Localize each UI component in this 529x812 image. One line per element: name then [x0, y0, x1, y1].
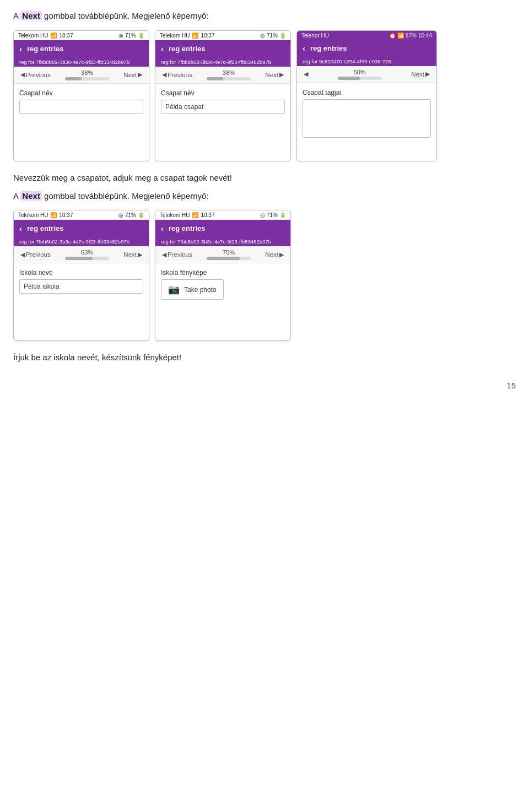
battery-1: 71%: [125, 33, 136, 39]
form-input-2[interactable]: [161, 100, 285, 114]
reg-entry-bar-2: reg for 7fbb8b02-3b3c-4e7c-9f23-ffb53482…: [155, 57, 290, 67]
status-bar-3: Telenor HU ⏰ 📶 97% 10:44: [297, 31, 436, 40]
next-btn-5[interactable]: Next ▶: [263, 250, 286, 259]
form-content-3: Csapat tagjai: [297, 83, 436, 160]
intro1-before: A: [13, 11, 20, 20]
time-1: 10:37: [59, 33, 73, 39]
header-title-1: reg entries: [27, 45, 63, 53]
prev-btn-5[interactable]: ◀ Previous: [160, 250, 195, 259]
reg-entry-bar-3: reg for 9c820d70-c294-4f99-e938-726…: [297, 57, 436, 66]
progress-bar-fill-5: [207, 257, 240, 260]
status-bar-1: Telekom HU 📶 10:37 ◎ 71% 🔋: [14, 31, 149, 40]
alarm-icon-3: ⏰: [389, 33, 396, 39]
back-arrow-2: ‹: [161, 44, 164, 53]
progress-bar-bg-4: [65, 257, 109, 260]
between-text: Nevezzük meg a csapatot, adjuk meg a csa…: [13, 171, 516, 185]
nav-bar-3: ◀ 50% Next ▶: [297, 66, 436, 83]
app-header-1: ‹ reg entries: [14, 40, 149, 57]
phone-screen-4: Telekom HU 📶 10:37 ◎ 71% 🔋 ‹ reg entries…: [13, 210, 149, 341]
nav-bar-5: ◀ Previous 75% Next ▶: [155, 246, 290, 263]
gps-icon-2: ◎: [260, 33, 265, 39]
back-arrow-5: ‹: [161, 224, 164, 233]
wifi-icon-5: 📶: [192, 212, 198, 218]
take-photo-btn-5[interactable]: 📷 Take photo: [161, 279, 224, 300]
nav-bar-4: ◀ Previous 63% Next ▶: [14, 246, 149, 263]
wifi-icon-4: 📶: [50, 212, 57, 218]
form-label-1: Csapat név: [19, 89, 143, 97]
nav-bar-2: ◀ Previous 38% Next ▶: [155, 67, 290, 84]
app-header-4: ‹ reg entries: [14, 220, 149, 237]
battery-icon-1: 🔋: [138, 33, 144, 39]
progress-pct-3: 50%: [354, 69, 366, 75]
next-btn-2[interactable]: Next ▶: [263, 70, 286, 79]
battery-icon-4: 🔋: [138, 212, 144, 218]
next-label-5: Next: [265, 251, 278, 258]
form-label-3: Csapat tagjai: [303, 89, 431, 96]
prev-arrow-2: ◀: [162, 71, 166, 78]
next-btn-4[interactable]: Next ▶: [121, 250, 144, 259]
header-title-4: reg entries: [27, 224, 63, 232]
battery-5: 71%: [267, 212, 278, 218]
back-arrow-1: ‹: [19, 44, 22, 53]
next-arrow-1: ▶: [138, 71, 142, 78]
progress-area-3: 50%: [310, 69, 409, 80]
next-label-4: Next: [123, 251, 137, 258]
reg-entry-bar-1: reg for 7fbb8b02-3b3c-4e7c-9f23-ffb53482…: [14, 57, 149, 67]
progress-area-4: 63%: [53, 249, 122, 260]
nav-bar-1: ◀ Previous 38% Next ▶: [14, 67, 149, 84]
form-content-2: Csapat név: [155, 84, 290, 161]
status-bar-5: Telekom HU 📶 10:37 ◎ 71% 🔋: [155, 210, 290, 220]
next-label-2: Next: [265, 72, 278, 78]
carrier-1: Telekom HU: [18, 33, 48, 39]
next-btn-3[interactable]: Next ▶: [409, 69, 432, 79]
next-label-3: Next: [411, 71, 424, 78]
progress-bar-bg-1: [65, 77, 109, 80]
reg-entry-bar-5: reg for 7fbb8b02-3b3c-4e7c-9f23-ffb53482…: [155, 237, 290, 246]
carrier-4: Telekom HU: [18, 212, 48, 218]
reg-entry-bar-4: reg for 7fbb8b02-3b3c-4e7c-9f23-ffb53482…: [14, 237, 149, 246]
gps-icon-1: ◎: [118, 33, 123, 39]
intro2-after: gombbal továbblépünk. Megjelenő képernyő…: [42, 191, 209, 201]
app-header-5: ‹ reg entries: [155, 220, 290, 237]
phone-screen-5: Telekom HU 📶 10:37 ◎ 71% 🔋 ‹ reg entries…: [155, 210, 291, 341]
phone-screen-1: Telekom HU 📶 10:37 ◎ 71% 🔋 ‹ reg entries…: [13, 30, 149, 161]
end-text: Írjuk be az iskola nevét, készítsünk fén…: [13, 351, 516, 364]
prev-btn-3[interactable]: ◀: [301, 69, 310, 79]
progress-pct-1: 38%: [81, 69, 93, 76]
wifi-icon-2: 📶: [192, 33, 198, 39]
time-5: 10:37: [201, 212, 214, 218]
next-highlight-1: Next: [20, 11, 42, 20]
time-4: 10:37: [59, 212, 73, 218]
phone-screen-2: Telekom HU 📶 10:37 ◎ 71% 🔋 ‹ reg entries…: [155, 30, 291, 161]
prev-btn-2[interactable]: ◀ Previous: [160, 70, 195, 79]
form-content-4: Iskola neve: [14, 263, 149, 340]
progress-area-1: 38%: [53, 69, 122, 80]
prev-label-2: Previous: [168, 72, 192, 78]
battery-4: 71%: [125, 212, 136, 218]
prev-btn-4[interactable]: ◀ Previous: [18, 250, 53, 259]
prev-label-5: Previous: [168, 251, 192, 258]
camera-icon-5: 📷: [168, 284, 180, 295]
next-label-1: Next: [123, 72, 137, 78]
progress-pct-2: 38%: [223, 69, 235, 76]
battery-icon-2: 🔋: [279, 33, 286, 39]
prev-arrow-4: ◀: [20, 251, 25, 258]
next-btn-1[interactable]: Next ▶: [121, 70, 144, 79]
time-2: 10:37: [201, 33, 214, 39]
form-content-1: Csapat név: [14, 84, 149, 161]
gps-icon-5: ◎: [260, 212, 265, 218]
form-label-2: Csapat név: [161, 89, 285, 97]
progress-bar-fill-2: [207, 77, 223, 80]
prev-arrow-1: ◀: [20, 71, 25, 78]
intro2-before: A: [13, 191, 20, 201]
screenshots-row-1: Telekom HU 📶 10:37 ◎ 71% 🔋 ‹ reg entries…: [13, 30, 516, 161]
app-header-2: ‹ reg entries: [155, 40, 290, 57]
prev-btn-1[interactable]: ◀ Previous: [18, 70, 53, 79]
prev-label-1: Previous: [26, 72, 51, 78]
form-input-1[interactable]: [19, 100, 143, 114]
progress-bar-fill-4: [65, 257, 93, 260]
form-textarea-3[interactable]: [303, 99, 431, 138]
form-input-4[interactable]: [19, 279, 143, 294]
progress-bar-bg-3: [338, 77, 382, 80]
carrier-2: Telekom HU: [160, 33, 190, 39]
